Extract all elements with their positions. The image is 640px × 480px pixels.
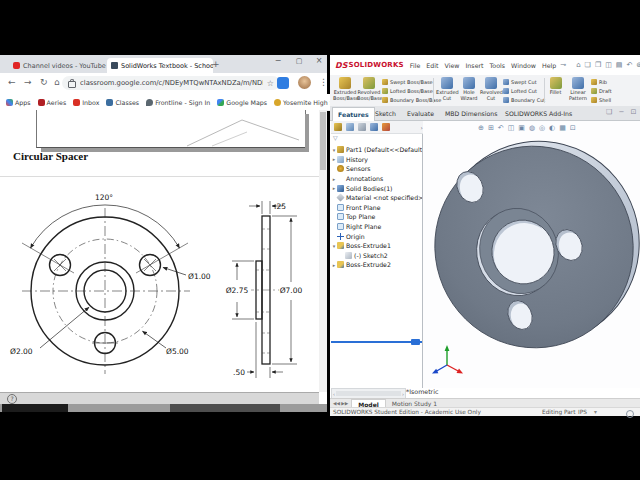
tree-item-top-plane[interactable]: Top Plane [331,212,422,222]
tree-item-sensors[interactable]: Sensors [331,164,422,174]
browser-menu-icon[interactable]: ⋮ [319,77,328,87]
open-icon[interactable]: ❐ [595,61,601,69]
bookmark-classes[interactable]: Classes [106,99,139,106]
bookmark-aeries[interactable]: Aeries [38,99,67,106]
boundary-cut-button[interactable]: Boundary Cut [503,95,545,104]
menu-view[interactable]: View [445,62,460,69]
menu-insert[interactable]: Insert [466,62,484,69]
print-icon[interactable]: ▤ [616,61,623,69]
browser-maximize-button[interactable]: ▢ [291,57,307,65]
linear-pattern-icon [572,77,584,89]
reload-button[interactable]: ↻ [40,77,48,87]
sketch-icon [345,252,352,259]
sensors-icon [337,165,344,172]
tree-item-boss-extrude2[interactable]: ▸Boss-Extrude2 [331,260,422,270]
shell-button[interactable]: Shell [591,95,612,104]
tree-item-front-plane[interactable]: Front Plane [331,203,422,213]
tree-item-sketch2[interactable]: (-) Sketch2 [331,251,422,261]
new-tab-button[interactable]: + [212,59,220,69]
graphics-area[interactable]: ⊕ ⊞ ↶ ◫ ▣ ◍ ◎ ◐ ▦ ⊡ [423,121,640,388]
tab-mbd-dimensions[interactable]: MBD Dimensions [440,107,502,120]
menu-file[interactable]: File [410,62,421,69]
tree-item-part[interactable]: ▾Part1 (Default<<Default>_Displ [331,145,422,155]
tree-item-solid-bodies[interactable]: ▸Solid Bodies(1) [331,183,422,193]
scrollbar-thumb[interactable] [2,404,68,412]
extruded-boss-button[interactable]: Extruded Boss/Base [333,76,357,105]
scrollbar-track[interactable] [336,391,401,396]
solidworks-title-bar: DS SOLIDWORKS File Edit View Insert Tool… [330,55,640,76]
fillet-button[interactable]: Fillet [546,76,565,105]
extension-icon[interactable] [277,77,289,89]
scrollbar-thumb[interactable] [320,112,326,170]
document-image-bottom [36,110,306,148]
menu-tools[interactable]: Tools [490,62,506,69]
extruded-cut-button[interactable]: Extruded Cut [436,76,458,105]
menu-edit[interactable]: Edit [426,62,438,69]
propertymanager-tab-icon[interactable] [346,123,354,131]
page-horizontal-scrollbar[interactable] [0,404,327,412]
tab-features[interactable]: Features [332,107,375,121]
swept-cut-button[interactable]: Swept Cut [503,77,545,86]
status-units-dropdown-icon[interactable]: ▾ [594,409,597,415]
profile-avatar[interactable] [298,76,311,89]
menu-help[interactable]: Help [542,62,556,69]
help-button[interactable]: ? [7,394,17,404]
page-vertical-scrollbar[interactable] [319,110,327,392]
status-edition-text: SOLIDWORKS Student Edition - Academic Us… [333,409,481,415]
bookmark-star-icon[interactable]: ☆ [267,79,274,88]
status-tag-icon[interactable] [626,410,634,418]
tab-solidworks-textbook[interactable]: SolidWorks Textbook - School U... × [107,58,213,73]
hole-wizard-button[interactable]: Hole Wizard [458,76,480,105]
pin-icon[interactable]: ⊸ [560,61,566,69]
featuremanager-tab-icon[interactable] [334,123,342,131]
browser-close-button[interactable]: × [311,56,327,65]
menu-window[interactable]: Window [511,62,536,69]
rib-button[interactable]: Rib [591,77,612,86]
document-window-controls[interactable]: ❏ − ⊡ [606,108,638,116]
scroll-left-arrow[interactable]: ‹ [333,391,335,397]
configurationmanager-tab-icon[interactable] [358,123,366,131]
dim-t50: .50 [233,368,245,377]
tab-solidworks-addins[interactable]: SOLIDWORKS Add-Ins [500,107,577,120]
home-icon[interactable]: ⌂ [576,61,580,69]
save-icon[interactable]: ◫ [605,61,612,69]
tab-youtube-studio[interactable]: Channel videos - YouTube Studio × [9,58,112,73]
browser-minimize-button[interactable]: − [270,56,286,65]
scroll-right-arrow[interactable]: › [402,391,404,397]
revolved-boss-button[interactable]: Revolved Boss/Base [357,76,381,105]
draft-button[interactable]: Draft [591,86,612,95]
rollback-handle[interactable] [411,339,420,345]
undo-icon[interactable]: ↶ [626,61,632,69]
linear-pattern-button[interactable]: Linear Pattern [566,76,590,105]
tree-item-history[interactable]: ▸History [331,155,422,165]
lofted-cut-button[interactable]: Lofted Cut [503,86,545,95]
https-lock-icon [68,81,76,88]
tab-evaluate[interactable]: Evaluate [402,107,439,120]
home-button[interactable]: ⌂ [54,77,60,87]
extruded-cut-icon [441,77,453,89]
tab-sketch[interactable]: Sketch [370,107,401,120]
tree-item-origin[interactable]: Origin [331,231,422,241]
forward-button[interactable]: → [24,77,32,87]
tree-item-annotations[interactable]: ▸Annotations [331,174,422,184]
displaymanager-tab-icon[interactable] [382,123,390,131]
omnibox[interactable]: classroom.google.com/c/NDEyMTQwNTAxNDZa/… [62,76,280,90]
bookmark-apps[interactable]: Apps [6,99,31,106]
tree-item-right-plane[interactable]: Right Plane [331,222,422,232]
back-button[interactable]: ← [8,77,16,87]
revolved-cut-button[interactable]: Revolved Cut [480,76,502,105]
tree-item-material[interactable]: Material <not specified> [331,193,422,203]
boss-extrude-icon [337,261,344,268]
options-icon[interactable]: ⊛ [636,61,640,69]
bookmark-frontline[interactable]: Frontline - Sign In [146,99,210,106]
dimxpert-tab-icon[interactable] [370,123,378,131]
bookmark-inbox[interactable]: Inbox [73,99,99,106]
rollback-bar[interactable] [331,341,422,343]
bookmark-google-maps[interactable]: Google Maps [217,99,267,106]
flange-3d-model[interactable] [423,129,640,369]
tree-filter-icon[interactable]: ▽ [333,134,338,141]
tree-item-boss-extrude1[interactable]: ▾Boss-Extrude1 [331,241,422,251]
scrollbar-thumb[interactable] [170,404,280,412]
status-units[interactable]: IPS [578,409,587,415]
new-document-icon[interactable]: ❏ [585,61,591,69]
